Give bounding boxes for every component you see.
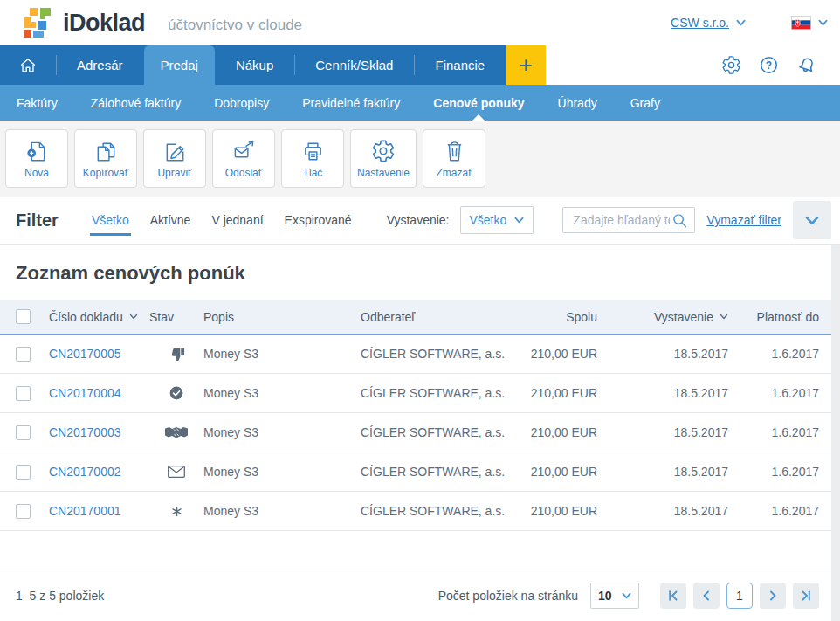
- subnav-item-dobropisy[interactable]: Dobropisy: [197, 85, 286, 121]
- row-customer: CÍGLER SOFTWARE, a.s.: [361, 425, 506, 439]
- row-customer: CÍGLER SOFTWARE, a.s.: [361, 386, 506, 400]
- toolbar-button-label: Upraviť: [157, 167, 191, 179]
- table-row[interactable]: CN20170005Money S3CÍGLER SOFTWARE, a.s.2…: [0, 335, 831, 374]
- envelope-icon: [168, 466, 185, 478]
- toolbar-button-label: Kopírovať: [83, 167, 129, 179]
- range-info: 1–5 z 5 položiek: [16, 589, 104, 603]
- expand-filter-button[interactable]: [793, 201, 831, 239]
- quick-add-button[interactable]: +: [506, 45, 546, 85]
- subnav-item-pravidelne-faktury[interactable]: Pravidelné faktúry: [286, 85, 417, 121]
- column-header-customer[interactable]: Odberateľ: [361, 310, 506, 324]
- new-document-icon: [24, 138, 50, 164]
- home-icon: [18, 56, 38, 75]
- select-all-checkbox[interactable]: [16, 309, 31, 324]
- column-header-number[interactable]: Číslo dokladu: [49, 310, 149, 324]
- settings-gear-icon[interactable]: [721, 55, 741, 75]
- subnav-item-zalohove-faktury[interactable]: Zálohové faktúry: [74, 85, 198, 121]
- notifications-bell-icon[interactable]: [796, 55, 817, 76]
- row-checkbox[interactable]: [16, 386, 31, 401]
- last-page-button[interactable]: [793, 583, 819, 609]
- toolbar-button-odoslat[interactable]: Odoslať: [212, 129, 275, 188]
- table-row[interactable]: CN20170003Money S3CÍGLER SOFTWARE, a.s.2…: [0, 413, 831, 452]
- column-header-valid-until[interactable]: Platnosť do: [728, 310, 831, 324]
- page-next-icon: [766, 589, 780, 603]
- nav-item-predaj[interactable]: Predaj: [144, 45, 215, 85]
- app-logo[interactable]: iDoklad: [23, 8, 145, 38]
- row-checkbox[interactable]: [16, 465, 31, 480]
- row-description: Money S3: [203, 425, 361, 439]
- document-number-link[interactable]: CN20170002: [49, 465, 121, 479]
- row-checkbox[interactable]: [16, 504, 31, 519]
- page-size-label: Počet položiek na stránku: [438, 589, 578, 603]
- document-number-link[interactable]: CN20170001: [49, 504, 121, 518]
- row-valid-until: 1.6.2017: [728, 465, 831, 479]
- account-menu[interactable]: CSW s.r.o.: [671, 16, 746, 30]
- account-name-link[interactable]: CSW s.r.o.: [671, 16, 729, 30]
- document-number-link[interactable]: CN20170005: [49, 347, 121, 361]
- subnav-item-cenove-ponuky[interactable]: Cenové ponuky: [417, 85, 540, 121]
- subnav-item-uhrady[interactable]: Úhrady: [541, 85, 614, 121]
- row-customer: CÍGLER SOFTWARE, a.s.: [361, 465, 506, 479]
- toolbar-button-tlac[interactable]: Tlač: [281, 129, 344, 188]
- table-row[interactable]: CN20170004Money S3CÍGLER SOFTWARE, a.s.2…: [0, 374, 831, 413]
- toolbar-button-label: Nová: [24, 167, 49, 179]
- trash-icon: [442, 138, 467, 164]
- page-size-value: 10: [598, 589, 612, 603]
- column-header-issued[interactable]: Vystavenie: [597, 310, 728, 324]
- row-checkbox[interactable]: [16, 347, 31, 362]
- toolbar-button-nova[interactable]: Nová: [5, 129, 68, 188]
- document-number-link[interactable]: CN20170004: [49, 386, 121, 400]
- issue-date-dropdown[interactable]: Všetko: [460, 206, 534, 234]
- toolbar-button-upravit[interactable]: Upraviť: [143, 129, 206, 188]
- chevron-down-icon: [514, 217, 524, 224]
- thumbs-down-icon: [169, 346, 185, 362]
- row-issued-date: 18.5.2017: [597, 465, 728, 479]
- nav-item-home[interactable]: [0, 45, 56, 85]
- row-checkbox[interactable]: [16, 425, 31, 440]
- filter-tab-exspirovane[interactable]: Exspirované: [274, 197, 362, 244]
- current-page-button[interactable]: 1: [726, 583, 753, 609]
- row-issued-date: 18.5.2017: [597, 425, 728, 439]
- asterisk-icon: [171, 506, 182, 517]
- subnav-item-grafy[interactable]: Grafy: [614, 85, 677, 121]
- filter-tab-aktivne[interactable]: Aktívne: [140, 197, 202, 244]
- first-page-button[interactable]: [660, 583, 686, 609]
- toolbar-button-label: Zmazať: [436, 167, 472, 179]
- toolbar-button-nastavenie[interactable]: Nastavenie: [350, 129, 417, 188]
- help-icon[interactable]: ?: [759, 55, 779, 75]
- pagination: 1: [660, 583, 819, 609]
- clear-filter-link[interactable]: Vymazať filter: [706, 213, 781, 227]
- svg-text:?: ?: [766, 59, 772, 72]
- search-icon[interactable]: [671, 212, 688, 229]
- row-total: 210,00 EUR: [506, 504, 597, 518]
- filter-tab-v-jednani[interactable]: V jednaní: [201, 197, 273, 244]
- row-valid-until: 1.6.2017: [728, 425, 831, 439]
- page-first-icon: [666, 589, 680, 603]
- nav-item-adresar[interactable]: Adresár: [56, 45, 144, 85]
- column-header-total[interactable]: Spolu: [506, 310, 597, 324]
- nav-item-cennik-sklad[interactable]: Cenník/Sklad: [294, 45, 414, 85]
- toolbar-button-zmazat[interactable]: Zmazať: [423, 129, 485, 188]
- next-page-button[interactable]: [760, 583, 786, 609]
- nav-item-financie[interactable]: Financie: [414, 45, 506, 85]
- document-number-link[interactable]: CN20170003: [49, 425, 121, 439]
- nav-item-nakup[interactable]: Nákup: [215, 45, 294, 85]
- chevron-down-icon: [805, 216, 819, 225]
- subnav-item-faktury[interactable]: Faktúry: [0, 85, 74, 121]
- table-footer: 1–5 z 5 položiek Počet položiek na strán…: [0, 569, 831, 621]
- toolbar-button-kopirovat[interactable]: Kopírovať: [74, 129, 137, 188]
- column-header-status[interactable]: Stav: [149, 310, 203, 324]
- filter-tab-vsetko[interactable]: Všetko: [81, 197, 140, 244]
- page-size-dropdown[interactable]: 10: [590, 583, 639, 609]
- column-header-description[interactable]: Popis: [203, 310, 361, 324]
- language-selector[interactable]: [791, 16, 828, 30]
- table-row[interactable]: CN20170002Money S3CÍGLER SOFTWARE, a.s.2…: [0, 452, 831, 492]
- table-row[interactable]: CN20170001Money S3CÍGLER SOFTWARE, a.s.2…: [0, 492, 831, 531]
- slovak-flag-icon: [791, 16, 811, 30]
- search-input[interactable]: [571, 212, 671, 228]
- previous-page-button[interactable]: [693, 583, 720, 609]
- table-header-row: Číslo dokladu Stav Popis Odberateľ Spolu…: [0, 300, 831, 335]
- filter-bar: Filter VšetkoAktívneV jednaníExspirované…: [0, 197, 840, 245]
- row-total: 210,00 EUR: [506, 386, 597, 400]
- toolbar-button-label: Odoslať: [225, 167, 263, 179]
